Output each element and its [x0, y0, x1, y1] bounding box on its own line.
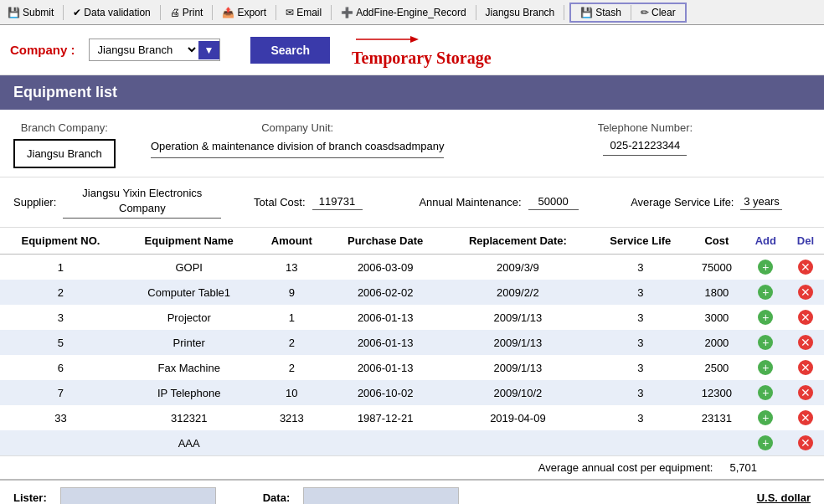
cell-cost: [689, 430, 744, 455]
cell-del: ✕: [787, 330, 824, 355]
cell-life: 3: [592, 330, 689, 355]
stash-clear-area: 💾 Stash ✏ Clear: [569, 3, 686, 23]
print-button[interactable]: 🖨 Print: [166, 5, 208, 20]
export-button[interactable]: 📤 Export: [218, 5, 270, 20]
table-header-row: Equipment NO. Equipment Name Amount Purc…: [0, 228, 824, 255]
stash-button[interactable]: 💾 Stash: [576, 5, 626, 20]
table-row: 3Projector12006-01-132009/1/1333000+✕: [0, 305, 824, 330]
del-row-button[interactable]: ✕: [798, 385, 813, 400]
del-row-button[interactable]: ✕: [798, 260, 813, 275]
add-row-button[interactable]: +: [758, 285, 773, 300]
clear-button[interactable]: ✏ Clear: [636, 5, 680, 20]
red-arrow-icon: [352, 32, 419, 47]
telephone-value: 025-21223344: [603, 139, 687, 156]
add-row-button[interactable]: +: [758, 360, 773, 375]
add-row-button[interactable]: +: [758, 385, 773, 400]
cell-replacement: 2019-04-09: [444, 405, 592, 430]
submit-button[interactable]: 💾 Submit: [3, 5, 58, 20]
export-label: Export: [237, 7, 266, 18]
sep7: [564, 5, 564, 20]
email-label: Email: [296, 7, 322, 18]
data-label: Data:: [263, 491, 291, 504]
cell-amount: 2: [257, 330, 327, 355]
cell-purchase: 2006-01-13: [327, 305, 444, 330]
clear-icon: ✏: [641, 7, 649, 18]
company-unit-value: Operation & maintenance division of bran…: [151, 139, 445, 158]
stash-label: Stash: [595, 7, 621, 18]
table-row: 5Printer22006-01-132009/1/1332000+✕: [0, 330, 824, 355]
search-button[interactable]: Search: [250, 37, 330, 64]
avg-service-life-block: Average Service Life: 3 years: [603, 195, 811, 210]
cell-name: Computer Table1: [121, 280, 257, 305]
cell-name: Printer: [121, 330, 257, 355]
add-row-button[interactable]: +: [758, 435, 773, 450]
company-select[interactable]: Jiangsu Branch: [90, 39, 198, 60]
col-header-purchase: Purchase Date: [327, 228, 444, 255]
lister-input[interactable]: [60, 487, 216, 504]
cell-del: ✕: [787, 405, 824, 430]
cell-add: +: [744, 280, 787, 305]
section-title: Equipment list: [0, 75, 824, 110]
lister-label: Lister:: [13, 491, 47, 504]
del-row-button[interactable]: ✕: [798, 360, 813, 375]
branch-value-box[interactable]: Jiangsu Branch: [13, 139, 116, 168]
col-header-life: Service Life: [592, 228, 689, 255]
add-row-button[interactable]: +: [758, 310, 773, 325]
cell-cost: 12300: [689, 380, 744, 405]
del-row-button[interactable]: ✕: [798, 310, 813, 325]
cell-add: +: [744, 330, 787, 355]
company-dropdown-button[interactable]: ▼: [198, 41, 220, 59]
cell-replacement: [444, 430, 592, 455]
jiangsu-branch-button[interactable]: Jiangsu Branch: [482, 5, 559, 20]
add-row-button[interactable]: +: [758, 260, 773, 275]
sep3: [212, 5, 213, 20]
temp-storage-label: Temporary Storage: [352, 49, 491, 68]
cell-amount: 9: [257, 280, 327, 305]
add-fine-engine-button[interactable]: ➕ AddFine-Engine_Record: [337, 5, 470, 20]
branch-block: Branch Company: Jiangsu Branch: [13, 121, 116, 168]
total-cost-label: Total Cost:: [254, 196, 305, 208]
col-header-name: Equipment Name: [121, 228, 257, 255]
jiangsu-branch-label: Jiangsu Branch: [486, 7, 555, 18]
cell-amount: 10: [257, 380, 327, 405]
table-row: AAA+✕: [0, 430, 824, 455]
company-select-wrap: Jiangsu Branch ▼: [89, 39, 221, 61]
email-icon: ✉: [286, 7, 294, 18]
data-validation-label: Data validation: [84, 7, 150, 18]
avg-service-life-label: Average Service Life:: [631, 196, 734, 208]
total-cost-value: 119731: [312, 195, 363, 210]
data-input[interactable]: [303, 487, 459, 504]
add-row-button[interactable]: +: [758, 410, 773, 425]
cell-name: 312321: [121, 405, 257, 430]
cell-replacement: 2009/1/13: [444, 355, 592, 380]
equipment-table: Equipment NO. Equipment Name Amount Purc…: [0, 228, 824, 455]
sep2: [160, 5, 161, 20]
toolbar: 💾 Submit ✔ Data validation 🖨 Print 📤 Exp…: [0, 0, 824, 25]
print-icon: 🖨: [170, 7, 180, 18]
del-row-button[interactable]: ✕: [798, 285, 813, 300]
table-row: 2Computer Table192006-02-022009/2/231800…: [0, 280, 824, 305]
cell-add: +: [744, 380, 787, 405]
cell-purchase: 2006-02-02: [327, 280, 444, 305]
cell-name: GOPI: [121, 255, 257, 280]
cell-add: +: [744, 430, 787, 455]
cell-no: 1: [0, 255, 121, 280]
sep4: [276, 5, 276, 20]
add-row-button[interactable]: +: [758, 335, 773, 350]
email-button[interactable]: ✉ Email: [281, 5, 326, 20]
col-header-no: Equipment NO.: [0, 228, 121, 255]
col-header-amount: Amount: [257, 228, 327, 255]
del-row-button[interactable]: ✕: [798, 335, 813, 350]
cell-life: 3: [592, 355, 689, 380]
del-row-button[interactable]: ✕: [798, 435, 813, 450]
data-validation-button[interactable]: ✔ Data validation: [69, 5, 154, 20]
cell-life: 3: [592, 305, 689, 330]
data-validation-icon: ✔: [73, 7, 81, 18]
company-label: Company :: [10, 43, 75, 57]
cell-no: 33: [0, 405, 121, 430]
del-row-button[interactable]: ✕: [798, 410, 813, 425]
branch-label: Branch Company:: [21, 121, 108, 134]
cell-replacement: 2009/2/2: [444, 280, 592, 305]
cell-amount: [257, 430, 327, 455]
sep5: [331, 5, 332, 20]
